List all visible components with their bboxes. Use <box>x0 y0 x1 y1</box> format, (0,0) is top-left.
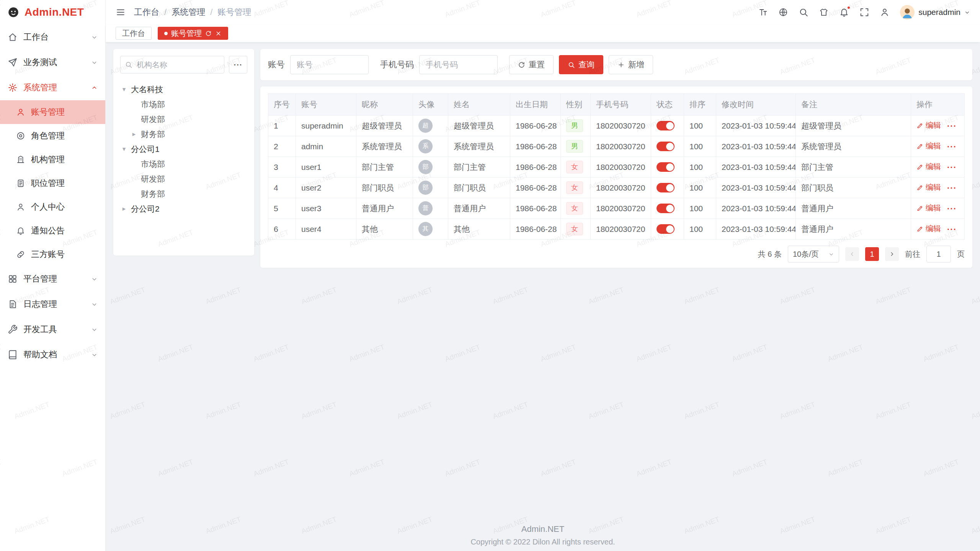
row-more-button[interactable]: ··· <box>947 142 957 152</box>
cell-modified-time: 2023-01-03 10:59:44 <box>716 136 796 157</box>
cell-gender: 女 <box>561 198 591 219</box>
app-logo[interactable]: Admin.NET <box>0 0 105 24</box>
org-tree-panel: ··· ▾ 大名科技 市场部 研发部 <box>113 49 254 256</box>
tree-node[interactable]: ▸ 财务部 <box>120 127 247 142</box>
row-more-button[interactable]: ··· <box>947 163 957 172</box>
status-toggle[interactable] <box>657 183 675 192</box>
caret-right-icon[interactable]: ▸ <box>130 130 138 138</box>
caret-right-icon[interactable]: ▸ <box>120 205 128 213</box>
app-root: Admin.NET 工作台 业务测试 系统管理 账号管理 <box>0 0 980 551</box>
page-size-select[interactable]: 10条/页 <box>788 246 839 262</box>
col-name: 姓名 <box>448 94 510 116</box>
badge-icon <box>16 179 25 188</box>
close-icon[interactable] <box>215 30 222 37</box>
next-page-button[interactable] <box>885 247 899 261</box>
cell-birthdate: 1986-06-28 <box>510 157 561 178</box>
status-toggle[interactable] <box>657 121 675 130</box>
edit-button[interactable]: 编辑 <box>916 120 941 130</box>
tree-more-button[interactable]: ··· <box>229 56 247 73</box>
org-search-input[interactable] <box>120 56 224 73</box>
row-more-button[interactable]: ··· <box>947 183 957 193</box>
cell-nickname: 超级管理员 <box>356 116 413 136</box>
profile-button[interactable] <box>880 7 890 17</box>
tab-account-management[interactable]: 账号管理 <box>158 27 228 40</box>
goto-page-input[interactable] <box>926 246 951 262</box>
edit-button[interactable]: 编辑 <box>916 182 941 192</box>
row-more-button[interactable]: ··· <box>947 204 957 214</box>
sidebar-item-org-management[interactable]: 机构管理 <box>0 148 105 171</box>
sidebar-item-log-management[interactable]: 日志管理 <box>0 292 105 317</box>
sidebar-item-thirdparty-account[interactable]: 三方账号 <box>0 243 105 266</box>
tree-node[interactable]: ▾ 分公司1 <box>120 142 247 156</box>
sidebar-item-account-management[interactable]: 账号管理 <box>0 100 105 124</box>
cell-name: 普通用户 <box>448 198 510 219</box>
sidebar-item-business-test[interactable]: 业务测试 <box>0 50 105 75</box>
sidebar-item-help-docs[interactable]: 帮助文档 <box>0 342 105 367</box>
page-number-button[interactable]: 1 <box>865 247 879 261</box>
home-icon <box>8 32 18 42</box>
tree-node[interactable]: 市场部 <box>120 97 247 112</box>
profile-icon <box>16 202 25 212</box>
caret-down-icon[interactable]: ▾ <box>120 85 128 93</box>
tree-node-label: 分公司1 <box>131 144 160 155</box>
breadcrumb-item[interactable]: 工作台 <box>134 7 159 18</box>
sidebar-item-system-management[interactable]: 系统管理 <box>0 75 105 100</box>
add-button[interactable]: 新增 <box>609 55 653 74</box>
avatar: 普 <box>418 201 433 215</box>
font-size-button[interactable] <box>758 7 768 17</box>
sidebar-item-role-management[interactable]: 角色管理 <box>0 124 105 148</box>
cell-phone: 18020030720 <box>591 198 651 219</box>
tree-node-label: 市场部 <box>141 99 165 110</box>
status-toggle[interactable] <box>657 142 675 151</box>
refresh-icon[interactable] <box>205 30 212 37</box>
edit-button[interactable]: 编辑 <box>916 203 941 213</box>
cell-phone: 18020030720 <box>591 157 651 178</box>
search-button[interactable]: 查询 <box>559 55 603 74</box>
row-more-button[interactable]: ··· <box>947 121 957 131</box>
theme-button[interactable] <box>819 7 829 17</box>
sidebar-item-workbench[interactable]: 工作台 <box>0 24 105 50</box>
phone-input[interactable] <box>419 55 498 74</box>
edit-button[interactable]: 编辑 <box>916 223 941 234</box>
collapse-menu-button[interactable] <box>116 7 126 17</box>
sidebar-item-label: 账号管理 <box>31 106 65 118</box>
tab-label: 账号管理 <box>171 28 202 39</box>
link-icon <box>16 250 25 259</box>
cell-avatar: 部 <box>413 157 448 178</box>
prev-page-button[interactable] <box>845 247 859 261</box>
tree-node[interactable]: 市场部 <box>120 156 247 171</box>
reset-button[interactable]: 重置 <box>509 55 554 74</box>
tab-workbench[interactable]: 工作台 <box>116 27 152 40</box>
tree-node-label: 财务部 <box>141 189 165 199</box>
tree-node[interactable]: ▾ 大名科技 <box>120 82 247 97</box>
tree-node[interactable]: 财务部 <box>120 186 247 201</box>
cell-account: superadmin <box>296 116 356 136</box>
status-toggle[interactable] <box>657 224 675 234</box>
sidebar-item-position-management[interactable]: 职位管理 <box>0 171 105 195</box>
table-row: 4user2部门职员部部门职员1986-06-28女18020030720100… <box>268 178 965 198</box>
tree-node[interactable]: 研发部 <box>120 171 247 186</box>
edit-button[interactable]: 编辑 <box>916 141 941 151</box>
sidebar-item-label: 平台管理 <box>23 273 57 285</box>
notifications-button[interactable] <box>839 7 849 17</box>
tree-node[interactable]: 研发部 <box>120 112 247 127</box>
sidebar-item-platform-management[interactable]: 平台管理 <box>0 266 105 292</box>
sidebar-item-personal-center[interactable]: 个人中心 <box>0 195 105 219</box>
caret-down-icon[interactable]: ▾ <box>120 145 128 153</box>
account-input[interactable] <box>290 55 369 74</box>
row-more-button[interactable]: ··· <box>947 225 957 234</box>
breadcrumb-item[interactable]: 系统管理 <box>172 7 205 18</box>
search-button[interactable] <box>799 7 808 17</box>
sidebar-item-notice[interactable]: 通知公告 <box>0 219 105 243</box>
sidebar-item-dev-tools[interactable]: 开发工具 <box>0 317 105 342</box>
status-toggle[interactable] <box>657 162 675 172</box>
sidebar-menu: 工作台 业务测试 系统管理 账号管理 角色管理 <box>0 24 105 551</box>
status-toggle[interactable] <box>657 204 675 213</box>
edit-button[interactable]: 编辑 <box>916 161 941 172</box>
fullscreen-button[interactable] <box>859 7 869 17</box>
user-icon <box>880 7 890 17</box>
language-button[interactable] <box>778 7 788 17</box>
user-menu[interactable]: superadmin <box>900 5 970 20</box>
tree-node[interactable]: ▸ 分公司2 <box>120 201 247 216</box>
sidebar-item-label: 开发工具 <box>23 324 57 335</box>
